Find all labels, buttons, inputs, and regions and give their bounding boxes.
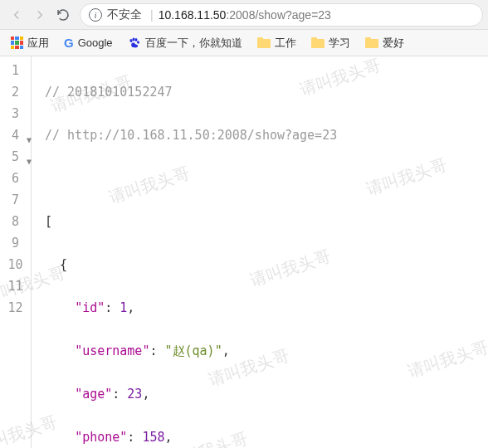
- svg-point-3: [137, 41, 139, 44]
- line-number: 2: [0, 81, 31, 103]
- line-number: 4▼: [0, 124, 31, 146]
- insecure-label: 不安全: [107, 7, 142, 22]
- json-value: "赵(qa)": [165, 343, 222, 358]
- json-key: "id": [75, 300, 105, 315]
- comment-line: // 20181010152247: [45, 85, 173, 100]
- code-content[interactable]: // 20181010152247 // http://10.168.11.50…: [32, 56, 337, 448]
- bookmarks-bar: 应用 G Google 百度一下，你就知道 工作 学习 爱好: [0, 30, 488, 56]
- line-number: 5▼: [0, 146, 31, 168]
- svg-point-1: [132, 37, 134, 41]
- separator: |: [150, 8, 154, 22]
- address-bar[interactable]: i 不安全 | 10.168.11.50:2008/show?age=23: [80, 3, 483, 27]
- line-number: 7: [0, 189, 31, 211]
- apps-label: 应用: [27, 36, 49, 51]
- url-port: :2008: [226, 8, 255, 22]
- line-gutter: 1 2 3 4▼ 5▼ 6 7 8 9 10 11 12: [0, 56, 32, 448]
- url-path: /show?age=23: [255, 8, 330, 22]
- line-number: 6: [0, 168, 31, 189]
- google-icon: G: [64, 36, 74, 50]
- bookmark-folder-hobby[interactable]: 爱好: [359, 33, 410, 53]
- bookmark-label: 爱好: [383, 36, 404, 51]
- info-icon: i: [89, 8, 102, 22]
- reload-button[interactable]: [51, 3, 75, 27]
- back-button[interactable]: [5, 3, 28, 27]
- bracket: {: [60, 257, 67, 272]
- bookmark-label: 工作: [275, 36, 296, 51]
- line-number: 1: [0, 60, 31, 81]
- json-value: 1: [120, 300, 127, 315]
- forward-button[interactable]: [28, 3, 51, 27]
- browser-nav-bar: i 不安全 | 10.168.11.50:2008/show?age=23: [0, 0, 488, 30]
- line-number: 10: [0, 254, 31, 275]
- bookmark-label: 百度一下，你就知道: [145, 36, 242, 51]
- json-key: "phone": [75, 430, 127, 445]
- json-key: "username": [75, 343, 149, 358]
- json-value: 23: [127, 387, 142, 402]
- baidu-icon: [128, 37, 141, 50]
- line-number: 3: [0, 103, 31, 124]
- svg-point-2: [134, 38, 137, 41]
- json-value: 158: [142, 430, 164, 445]
- bookmark-folder-work[interactable]: 工作: [251, 33, 302, 53]
- json-key: "age": [75, 387, 112, 402]
- bracket: [: [45, 214, 52, 229]
- folder-icon: [257, 37, 271, 48]
- bookmark-folder-study[interactable]: 学习: [305, 33, 356, 53]
- bookmark-google[interactable]: G Google: [58, 33, 119, 52]
- apps-icon: [11, 37, 23, 49]
- apps-shortcut[interactable]: 应用: [5, 33, 55, 53]
- bookmark-baidu[interactable]: 百度一下，你就知道: [122, 33, 248, 53]
- folder-icon: [311, 37, 325, 48]
- json-viewer: 1 2 3 4▼ 5▼ 6 7 8 9 10 11 12 // 20181010…: [0, 56, 488, 448]
- url-host: 10.168.11.50: [159, 8, 227, 22]
- line-number: 11: [0, 275, 31, 297]
- svg-point-0: [129, 39, 132, 42]
- bookmark-label: 学习: [329, 36, 350, 51]
- line-number: 9: [0, 232, 31, 254]
- line-number: 12: [0, 297, 31, 319]
- comment-line: // http://10.168.11.50:2008/show?age=23: [45, 128, 337, 143]
- bookmark-label: Google: [78, 37, 113, 49]
- line-number: 8: [0, 211, 31, 232]
- folder-icon: [365, 37, 378, 48]
